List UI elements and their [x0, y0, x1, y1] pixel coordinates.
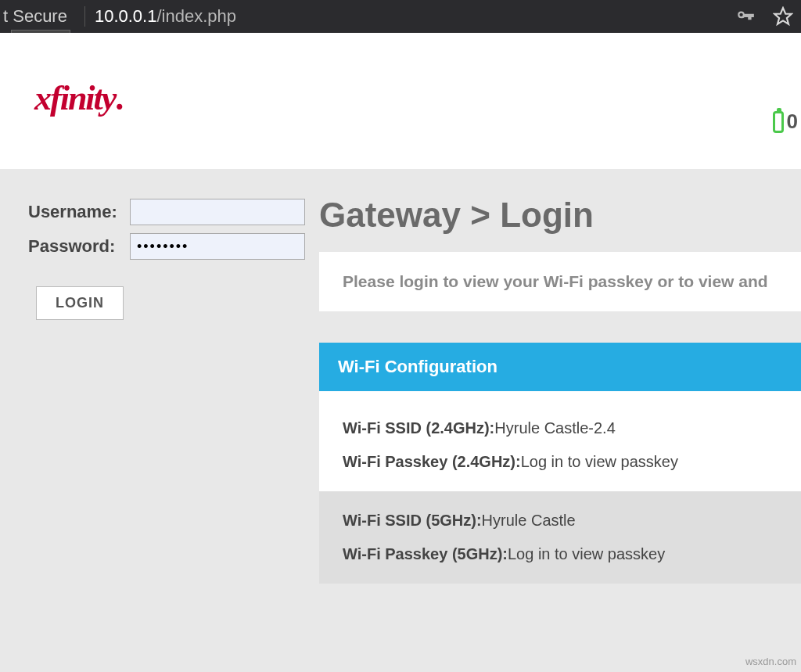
login-button[interactable]: LOGIN [36, 286, 124, 320]
address-bar-separator [84, 6, 85, 27]
wifi-5-ssid-row: Wi-Fi SSID (5GHz):Hyrule Castle [343, 512, 778, 530]
username-input[interactable] [130, 199, 305, 225]
battery-icon [773, 111, 784, 133]
watermark: wsxdn.com [745, 656, 796, 667]
wifi-24-ssid-value: Hyrule Castle-2.4 [494, 419, 616, 437]
wifi-24-ssid-label: Wi-Fi SSID (2.4GHz): [343, 419, 494, 437]
wifi-5-ssid-label: Wi-Fi SSID (5GHz): [343, 512, 482, 529]
wifi-panel-header: Wi-Fi Configuration [319, 343, 801, 391]
url-path: /index.php [156, 6, 236, 26]
wifi-panel-body: Wi-Fi SSID (2.4GHz):Hyrule Castle-2.4 Wi… [319, 391, 801, 584]
password-input[interactable] [130, 233, 305, 260]
wifi-5-ssid-value: Hyrule Castle [482, 512, 576, 529]
login-form: Username: Password: LOGIN [28, 199, 305, 320]
security-indicator[interactable]: t Secure [0, 6, 67, 27]
page-title: Gateway > Login [319, 196, 801, 235]
password-key-icon[interactable] [735, 6, 756, 31]
browser-address-bar: t Secure 10.0.0.1/index.php Xfinity [0, 0, 801, 33]
wifi-5-passkey-value: Log in to view passkey [508, 545, 665, 562]
wifi-config-panel: Wi-Fi Configuration Wi-Fi SSID (2.4GHz):… [319, 343, 801, 584]
login-info-message: Please login to view your Wi-Fi passkey … [319, 252, 801, 311]
main-content: Username: Password: LOGIN Gateway > Logi… [0, 169, 801, 672]
password-label: Password: [28, 236, 130, 257]
password-row: Password: [28, 233, 305, 260]
wifi-24-passkey-row: Wi-Fi Passkey (2.4GHz):Log in to view pa… [343, 453, 778, 471]
wifi-5ghz-section: Wi-Fi SSID (5GHz):Hyrule Castle Wi-Fi Pa… [319, 491, 801, 584]
wifi-24-ssid-row: Wi-Fi SSID (2.4GHz):Hyrule Castle-2.4 [343, 419, 778, 437]
bookmark-star-icon[interactable] [773, 6, 793, 31]
wifi-24ghz-section: Wi-Fi SSID (2.4GHz):Hyrule Castle-2.4 Wi… [319, 399, 801, 491]
url-host: 10.0.0.1 [95, 6, 157, 26]
wifi-5-passkey-label: Wi-Fi Passkey (5GHz): [343, 545, 508, 562]
battery-value: 0 [787, 110, 798, 134]
wifi-5-passkey-row: Wi-Fi Passkey (5GHz):Log in to view pass… [343, 545, 778, 563]
wifi-24-passkey-label: Wi-Fi Passkey (2.4GHz): [343, 453, 521, 470]
svg-marker-0 [774, 8, 792, 24]
page-header: xfinity. 0 [0, 33, 801, 169]
url-text[interactable]: 10.0.0.1/index.php [95, 6, 236, 27]
username-row: Username: [28, 199, 305, 225]
username-label: Username: [28, 202, 130, 222]
xfinity-logo: xfinity. [34, 78, 122, 118]
battery-indicator: 0 [773, 110, 798, 134]
wifi-24-passkey-value: Log in to view passkey [521, 453, 678, 470]
content-column: Gateway > Login Please login to view you… [319, 196, 801, 584]
